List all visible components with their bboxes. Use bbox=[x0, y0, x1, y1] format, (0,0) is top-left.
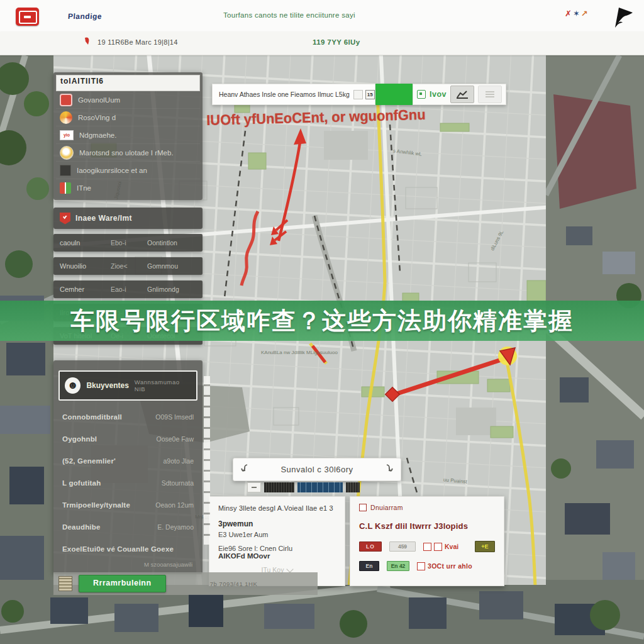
sidebar-scrollbar[interactable] bbox=[204, 376, 210, 545]
list-item[interactable]: (52, Genemlier' a9oto Jlae bbox=[58, 452, 197, 469]
panel-line: E3 Uwe1er Aum bbox=[218, 531, 336, 538]
status-badge[interactable]: +E bbox=[475, 541, 495, 552]
sidebar-footer: Rrramrbuleinn 7b 7093/41 1HK bbox=[53, 572, 318, 595]
status-badge[interactable]: En 42 bbox=[387, 561, 409, 571]
status-badge[interactable]: LO bbox=[359, 541, 382, 552]
circle-icon bbox=[60, 146, 74, 160]
red-outline-icon bbox=[434, 543, 442, 551]
sub-header: 19 11R6Be Marc 19|8|14 119 7YY 6lUy bbox=[0, 31, 644, 55]
toolbar-mini-button[interactable] bbox=[247, 482, 261, 492]
list-item[interactable]: Trmipoelley/tynalte Oeaon 12um bbox=[58, 496, 197, 513]
sidebar-menu-item[interactable]: GovanolUum bbox=[56, 91, 200, 109]
sidebar-list-panel: ☻ Bkuyventes Wannsamumao NIB Connobmditb… bbox=[53, 360, 203, 574]
app-red-icon bbox=[60, 94, 72, 106]
list-view-button[interactable] bbox=[478, 86, 502, 103]
route-swap-icon[interactable] bbox=[385, 464, 394, 476]
route-option-icon[interactable] bbox=[353, 90, 363, 99]
header-tagline: Tourfans canots ne tilite enciitunre say… bbox=[223, 11, 355, 19]
list-item[interactable]: Deaudhibe E. Deyamoo bbox=[58, 518, 197, 535]
featured-list-item[interactable]: ☻ Bkuyventes Wannsamumao NIB bbox=[58, 370, 197, 401]
red-outline-icon bbox=[417, 562, 425, 570]
table-row[interactable]: Wnuoilio Zioe< Gomnmou bbox=[53, 257, 203, 275]
list-item[interactable]: Connobmditbrall O09S Imsedl bbox=[58, 408, 197, 425]
route-search-bar: Heanv Athaes Insle one Fieamos Ilmuc L5k… bbox=[212, 84, 506, 105]
arrow-mark-icon[interactable]: ↗ bbox=[581, 9, 589, 18]
list-footnote: M szooansajuawili bbox=[58, 561, 197, 568]
logo-dash bbox=[24, 16, 31, 18]
route-badge[interactable]: 15 bbox=[365, 90, 375, 99]
sidebar-menu-item[interactable]: yio Ndgmaehe. bbox=[56, 126, 200, 144]
flag-icon[interactable] bbox=[609, 5, 636, 29]
sidebar-menu-item[interactable]: ITne bbox=[56, 179, 200, 196]
sidebar-search-input[interactable]: tolAITIITI6 bbox=[56, 75, 200, 91]
route-swap-icon[interactable] bbox=[240, 464, 249, 476]
sidebar-menu-item[interactable]: Iaoogikunrsiloce et an bbox=[56, 162, 200, 179]
crescent-icon bbox=[58, 35, 77, 52]
table-row[interactable]: Cemher Eao-i Gnlimondg bbox=[53, 280, 203, 298]
dark-square-icon bbox=[60, 165, 71, 176]
status-text: 119 7YY 6lUy bbox=[313, 38, 360, 46]
panel-tag-row: Dnuiarram bbox=[359, 504, 495, 511]
panel-line: 3pwemun bbox=[218, 519, 336, 528]
panel-title: Minsy 3llete desgl A.Voieal Ilae e1 3 bbox=[218, 504, 336, 512]
chart-icon bbox=[456, 90, 469, 99]
swirl-icon bbox=[60, 111, 72, 124]
chevron-down-icon bbox=[287, 565, 294, 572]
header-mark-icons: ✗✶↗ bbox=[565, 9, 589, 18]
toolbar-block-selected[interactable] bbox=[297, 482, 343, 492]
sidebar-menu-item[interactable]: RosoVIng d bbox=[56, 109, 200, 126]
route-go-button[interactable] bbox=[375, 84, 413, 105]
shield-icon bbox=[60, 213, 70, 225]
toolbar-block[interactable] bbox=[264, 482, 294, 492]
table-header-row[interactable]: Inaee Ware/Imt bbox=[53, 208, 203, 229]
panel-title: C.L Kszf dlil Itwrrr J3lopids bbox=[359, 521, 495, 531]
footer-value: 7b 7093/41 1HK bbox=[210, 580, 258, 587]
toolbar-block[interactable] bbox=[346, 482, 360, 492]
table-row[interactable]: caouln Ebo-i Oontintlon bbox=[53, 234, 203, 252]
panel-line: Eie96 Sore l: Cnen Cirlu bbox=[218, 545, 336, 552]
red-tick-icon bbox=[84, 36, 91, 47]
panel-line: AIKOFd MOovr bbox=[218, 552, 336, 560]
nav-icon bbox=[417, 90, 426, 99]
nav-label[interactable]: Ivov bbox=[430, 90, 447, 99]
map-search-value: Sunvalol c 30l6ory bbox=[255, 465, 379, 474]
sidebar-menu-panel: tolAITIITI6 GovanolUum RosoVIng d yio Nd… bbox=[53, 72, 203, 200]
x-mark-icon[interactable]: ✗ bbox=[565, 9, 573, 18]
headline-banner: 车限号限行区域咋查？这些方法助你精准掌握 bbox=[0, 301, 644, 341]
red-outline-icon bbox=[423, 543, 431, 551]
banner-title: 车限号限行区域咋查？这些方法助你精准掌握 bbox=[70, 305, 574, 337]
badge-row: En En 42 3OCt urr ahlo bbox=[359, 561, 495, 571]
confirm-button[interactable]: Rrramrbuleinn bbox=[79, 575, 166, 592]
list-item[interactable]: ExoelEtui0e vé Couanlle Goexe bbox=[58, 540, 197, 557]
brand-name[interactable]: Plandige bbox=[68, 12, 103, 21]
gift-icon bbox=[60, 182, 71, 194]
map-search-bar[interactable]: Sunvalol c 30l6ory bbox=[233, 458, 401, 481]
legend-item: Kvai bbox=[423, 543, 458, 551]
list-item[interactable]: L gofutitah Sdtournata bbox=[58, 474, 197, 491]
document-icon bbox=[58, 576, 72, 591]
date-text: 19 11R6Be Marc 19|8|14 bbox=[97, 38, 178, 46]
badge-row: LO 459 Kvai +E bbox=[359, 541, 495, 552]
legend-item: 3OCt urr ahlo bbox=[417, 562, 472, 570]
sidebar-menu-item[interactable]: Marotsnd sno ulotade I rMeb. bbox=[56, 144, 200, 162]
status-badge[interactable]: 459 bbox=[389, 541, 416, 552]
route-query-field[interactable]: Heanv Athaes Insle one Fieamos Ilmuc L5k… bbox=[212, 84, 375, 105]
yio-badge-icon: yio bbox=[60, 130, 74, 140]
app-header: Plandige Tourfans canots ne tilite encii… bbox=[0, 0, 644, 32]
smiley-icon: ☻ bbox=[65, 377, 80, 394]
app-logo[interactable] bbox=[16, 8, 39, 26]
chart-view-button[interactable] bbox=[450, 86, 474, 103]
route-query-text: Heanv Athaes Insle one Fieamos Ilmuc L5k… bbox=[219, 91, 350, 98]
status-badge[interactable]: En bbox=[359, 561, 379, 571]
list-item[interactable]: Oygohnbl Oose0e Faw bbox=[58, 430, 197, 447]
street-label: KAnuBLa nw Jdilllik MLigasuuluoo bbox=[261, 350, 338, 355]
star-mark-icon[interactable]: ✶ bbox=[573, 9, 581, 18]
red-square-icon bbox=[359, 504, 367, 511]
info-panel-right: Dnuiarram C.L Kszf dlil Itwrrr J3lopids … bbox=[350, 496, 504, 586]
map-toolbar-blocks bbox=[247, 482, 360, 492]
list-icon bbox=[485, 91, 495, 98]
